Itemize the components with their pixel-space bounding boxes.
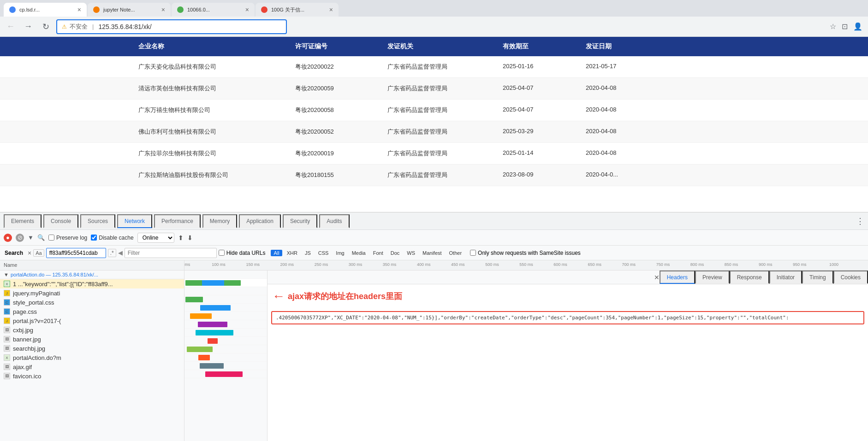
tab-1-close[interactable]: ×: [161, 6, 165, 13]
file-type-icon: 🖼: [4, 336, 10, 342]
detail-tab-response[interactable]: Response: [730, 270, 769, 284]
list-item[interactable]: 🖼 cxbj.jpg: [0, 325, 184, 335]
tab-audits[interactable]: Audits: [319, 214, 349, 228]
filter-icon[interactable]: ▼: [28, 234, 34, 241]
cell-issuer: 广东省药品监督管理局: [378, 106, 493, 114]
tab-console[interactable]: Console: [43, 214, 78, 228]
reload-button[interactable]: ↻: [39, 20, 53, 34]
waterfall-bar: [198, 355, 210, 360]
type-xhr[interactable]: XHR: [284, 250, 300, 256]
tab-0-close[interactable]: ×: [77, 6, 81, 13]
type-img[interactable]: Img: [333, 250, 347, 256]
prev-result-button[interactable]: ◀: [118, 249, 123, 256]
list-item[interactable]: 🖼 ajax.gif: [0, 362, 184, 371]
detail-tab-preview[interactable]: Preview: [695, 270, 730, 284]
samesite-input[interactable]: [470, 250, 476, 256]
list-item[interactable]: J portal.js?v=2017-(: [0, 316, 184, 325]
search-input[interactable]: [46, 248, 106, 258]
waterfall-bar: [187, 347, 213, 352]
tab-application[interactable]: Application: [239, 214, 281, 228]
clear-button[interactable]: ⊘: [16, 234, 24, 242]
table-row: 广东拉斯纳油脂科技股份有限公司 粤妆20180155 广东省药品监督管理局 20…: [0, 165, 868, 186]
cell-valid: 2023-08-09: [493, 171, 577, 179]
search-close-button[interactable]: ×: [28, 249, 31, 257]
waterfall-row-group: [184, 270, 267, 279]
cell-license: 粤妆20200058: [286, 106, 378, 114]
type-css[interactable]: CSS: [315, 250, 332, 256]
col-header-issuer: 发证机关: [378, 42, 493, 51]
request-item-label: 1 ..."keyword":"","list":[{"ID":"ff83aff…: [13, 281, 180, 288]
hide-data-urls-input[interactable]: [219, 250, 225, 256]
disable-cache-input[interactable]: [91, 235, 97, 241]
preserve-log-input[interactable]: [48, 235, 54, 241]
type-media[interactable]: Media: [349, 250, 369, 256]
highlighted-request-item[interactable]: X 1 ..."keyword":"","list":[{"ID":"ff83a…: [0, 279, 184, 288]
resource-list: J jquery.myPaginati C style_portal.css C…: [0, 288, 184, 381]
file-name-label: searchbj.jpg: [13, 345, 180, 352]
download-icon[interactable]: ⬇: [187, 234, 193, 241]
cell-name: 广东天姿化妆品科技有限公司: [129, 63, 286, 71]
tab-3[interactable]: 100G 关于信... ×: [256, 3, 339, 17]
waterfall-bar: [200, 363, 224, 369]
cell-license: 粤妆20200052: [286, 128, 378, 136]
type-manifest[interactable]: Manifest: [420, 250, 445, 256]
list-item[interactable]: 🖼 banner.jpg: [0, 335, 184, 344]
upload-icon[interactable]: ⬆: [178, 234, 184, 241]
request-group-header[interactable]: ▼ portalAction.do — 125.35.6.84:81/xk/..…: [0, 270, 184, 279]
filter-input[interactable]: [125, 248, 217, 258]
address-bar[interactable]: ⚠ 不安全 | 125.35.6.84:81/xk/: [56, 19, 287, 34]
detail-tab-timing[interactable]: Timing: [802, 270, 833, 284]
cell-issuer: 广东省药品监督管理局: [378, 171, 493, 179]
devtools-more-icon[interactable]: ⋮: [856, 216, 864, 226]
tab-elements[interactable]: Elements: [4, 214, 42, 228]
tab-security[interactable]: Security: [283, 214, 317, 228]
waterfall-resource-row: [184, 370, 267, 378]
back-button[interactable]: ←: [4, 20, 18, 34]
type-ws[interactable]: WS: [404, 250, 418, 256]
tab-2[interactable]: 10066.0... ×: [172, 3, 255, 17]
detail-tab-cookies[interactable]: Cookies: [833, 270, 868, 284]
tab-1[interactable]: jupyter Note... ×: [88, 3, 171, 17]
cell-issuer: 广东省药品监督管理局: [378, 149, 493, 158]
list-item[interactable]: C style_portal.css: [0, 298, 184, 307]
tab-sources[interactable]: Sources: [80, 214, 115, 228]
type-js[interactable]: JS: [302, 250, 314, 256]
search-icon[interactable]: 🔍: [37, 234, 45, 241]
tab-memory[interactable]: Memory: [202, 214, 237, 228]
tab-1-favicon: [93, 6, 100, 13]
disable-cache-label: Disable cache: [99, 235, 133, 241]
type-doc[interactable]: Doc: [388, 250, 403, 256]
case-sensitive-button[interactable]: Aa: [33, 249, 44, 257]
profile-button[interactable]: 👤: [851, 20, 864, 33]
filter-toggle-button[interactable]: .*: [108, 249, 116, 257]
list-item[interactable]: 🖼 favicon.ico: [0, 371, 184, 381]
record-button[interactable]: ●: [4, 234, 12, 242]
tab-2-close[interactable]: ×: [245, 6, 249, 13]
detail-tab-headers[interactable]: Headers: [660, 270, 695, 284]
tab-0[interactable]: cp.lsd.r... ×: [4, 3, 87, 17]
type-font[interactable]: Font: [370, 250, 386, 256]
hide-data-urls-checkbox[interactable]: Hide data URLs: [219, 250, 266, 256]
bookmark-button[interactable]: ☆: [828, 20, 838, 33]
col-header-name: 企业名称: [129, 42, 286, 51]
tab-3-close[interactable]: ×: [329, 6, 333, 13]
disable-cache-checkbox[interactable]: Disable cache: [91, 235, 133, 241]
detail-panel-close[interactable]: ✕: [654, 270, 660, 284]
type-all[interactable]: All: [271, 250, 282, 256]
type-other[interactable]: Other: [446, 250, 465, 256]
tab-network[interactable]: Network: [117, 214, 152, 228]
list-item[interactable]: X portalAction.do?m: [0, 353, 184, 362]
detail-tab-initiator[interactable]: Initiator: [769, 270, 802, 284]
file-name-label: ajax.gif: [13, 364, 180, 370]
list-item[interactable]: C page.css: [0, 307, 184, 316]
throttle-dropdown[interactable]: Online Fast 3G Slow 3G Offline: [137, 233, 174, 243]
list-item[interactable]: J jquery.myPaginati: [0, 288, 184, 298]
ruler-mark: 500 ms: [485, 262, 499, 267]
preserve-log-checkbox[interactable]: Preserve log: [48, 235, 87, 241]
samesite-checkbox[interactable]: Only show requests with SameSite issues: [470, 250, 581, 256]
forward-button[interactable]: →: [21, 20, 35, 34]
cast-button[interactable]: ⊡: [840, 20, 850, 33]
list-item[interactable]: 🖼 searchbj.jpg: [0, 344, 184, 353]
tab-0-label: cp.lsd.r...: [19, 7, 40, 12]
tab-performance[interactable]: Performance: [154, 214, 201, 228]
